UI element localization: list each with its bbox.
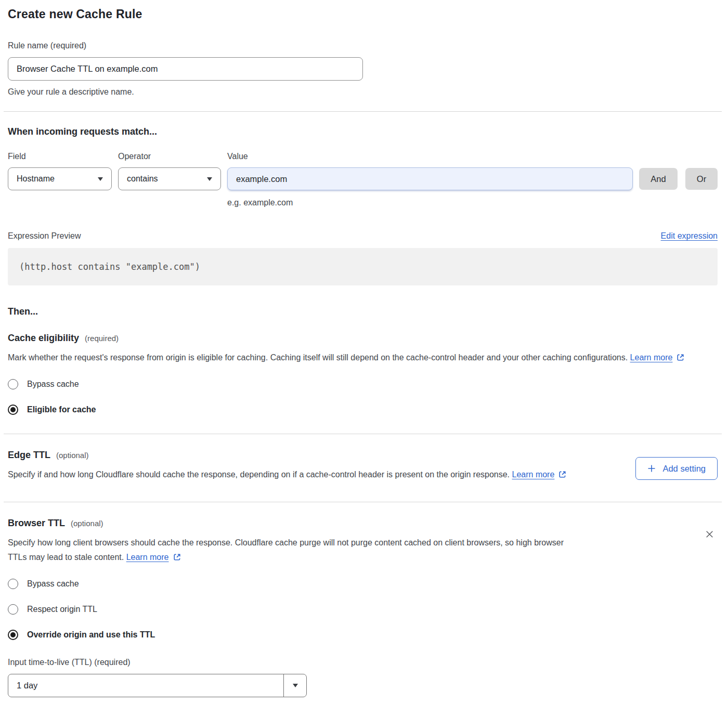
edge-ttl-title: Edge TTL bbox=[8, 450, 50, 461]
edge-ttl-qualifier: (optional) bbox=[56, 451, 89, 460]
ttl-select-value: 1 day bbox=[8, 674, 283, 697]
ttl-select[interactable]: 1 day bbox=[8, 674, 307, 697]
learn-more-link[interactable]: Learn more bbox=[126, 553, 181, 562]
match-section: When incoming requests match... Field Op… bbox=[8, 126, 718, 207]
external-link-icon bbox=[558, 470, 567, 479]
external-link-icon bbox=[676, 353, 685, 362]
radio-icon[interactable] bbox=[8, 604, 18, 615]
page-title: Create new Cache Rule bbox=[8, 7, 718, 21]
plus-icon bbox=[647, 464, 656, 473]
value-input[interactable] bbox=[227, 167, 633, 190]
cache-eligibility-description: Mark whether the request's response from… bbox=[8, 350, 710, 365]
radio-label: Respect origin TTL bbox=[27, 605, 97, 614]
close-button[interactable] bbox=[703, 527, 717, 541]
radio-icon[interactable] bbox=[8, 630, 18, 640]
radio-eligible-for-cache[interactable]: Eligible for cache bbox=[8, 405, 718, 415]
description-text: Mark whether the request's response from… bbox=[8, 353, 628, 362]
learn-more-label: Learn more bbox=[630, 353, 673, 362]
radio-bypass-cache[interactable]: Bypass cache bbox=[8, 379, 718, 389]
operator-label: Operator bbox=[118, 152, 227, 161]
rule-name-label: Rule name (required) bbox=[8, 41, 718, 50]
match-heading: When incoming requests match... bbox=[8, 126, 718, 137]
browser-ttl-description: Specify how long client browsers should … bbox=[8, 536, 582, 565]
radio-icon[interactable] bbox=[8, 379, 18, 389]
cache-eligibility-qualifier: (required) bbox=[85, 334, 119, 343]
chevron-down-icon[interactable] bbox=[283, 674, 306, 697]
cache-eligibility-title: Cache eligibility bbox=[8, 333, 79, 344]
value-label: Value bbox=[227, 152, 248, 161]
browser-ttl-options: Bypass cache Respect origin TTL Override… bbox=[8, 579, 718, 640]
triangle-glyph bbox=[293, 684, 298, 687]
then-heading: Then... bbox=[8, 306, 718, 317]
learn-more-label: Learn more bbox=[512, 470, 555, 479]
radio-respect-origin-ttl[interactable]: Respect origin TTL bbox=[8, 604, 718, 615]
radio-icon[interactable] bbox=[8, 405, 18, 415]
field-select-value: Hostname bbox=[17, 174, 55, 184]
value-help: e.g. example.com bbox=[8, 198, 718, 207]
browser-ttl-qualifier: (optional) bbox=[71, 519, 103, 528]
learn-more-link[interactable]: Learn more bbox=[630, 353, 685, 362]
divider bbox=[4, 111, 722, 112]
field-select[interactable]: Hostname bbox=[8, 167, 112, 190]
radio-label: Bypass cache bbox=[27, 380, 79, 389]
divider bbox=[4, 434, 722, 434]
ttl-input-label: Input time-to-live (TTL) (required) bbox=[8, 658, 718, 667]
cache-eligibility-section: Cache eligibility (required) Mark whethe… bbox=[8, 333, 718, 415]
and-button[interactable]: And bbox=[639, 168, 678, 190]
operator-select-value: contains bbox=[127, 174, 158, 184]
rule-name-input[interactable] bbox=[8, 57, 363, 81]
learn-more-link[interactable]: Learn more bbox=[512, 470, 567, 479]
external-link-icon bbox=[173, 553, 181, 562]
radio-label: Bypass cache bbox=[27, 579, 79, 589]
edit-expression-link[interactable]: Edit expression bbox=[661, 231, 718, 241]
radio-label: Eligible for cache bbox=[27, 405, 96, 414]
edge-ttl-description: Specify if and how long Cloudflare shoul… bbox=[8, 467, 582, 482]
expression-section: Expression Preview Edit expression (http… bbox=[8, 231, 718, 285]
radio-bypass-cache[interactable]: Bypass cache bbox=[8, 579, 718, 589]
rule-name-help: Give your rule a descriptive name. bbox=[8, 87, 718, 97]
field-label: Field bbox=[8, 152, 118, 161]
add-setting-label: Add setting bbox=[662, 464, 706, 474]
divider bbox=[4, 502, 722, 502]
radio-label: Override origin and use this TTL bbox=[27, 630, 155, 640]
browser-ttl-title: Browser TTL bbox=[8, 518, 65, 529]
learn-more-label: Learn more bbox=[126, 553, 169, 562]
close-icon bbox=[705, 529, 714, 539]
edge-ttl-section: Edge TTL (optional) Add setting Specify … bbox=[8, 450, 718, 482]
rule-name-section: Rule name (required) Give your rule a de… bbox=[8, 41, 718, 97]
add-setting-button[interactable]: Add setting bbox=[635, 457, 718, 480]
browser-ttl-section: Browser TTL (optional) Specify how long … bbox=[8, 518, 718, 697]
radio-override-origin-ttl[interactable]: Override origin and use this TTL bbox=[8, 630, 718, 640]
or-button[interactable]: Or bbox=[685, 168, 718, 190]
cache-eligibility-options: Bypass cache Eligible for cache bbox=[8, 379, 718, 415]
expression-code: (http.host contains "example.com") bbox=[8, 248, 718, 285]
radio-icon[interactable] bbox=[8, 579, 18, 589]
expression-preview-label: Expression Preview bbox=[8, 231, 81, 241]
chevron-down-icon bbox=[98, 177, 103, 181]
description-text: Specify if and how long Cloudflare shoul… bbox=[8, 470, 510, 479]
operator-select[interactable]: contains bbox=[118, 167, 221, 190]
description-text: Specify how long client browsers should … bbox=[8, 538, 564, 562]
chevron-down-icon bbox=[207, 177, 212, 181]
